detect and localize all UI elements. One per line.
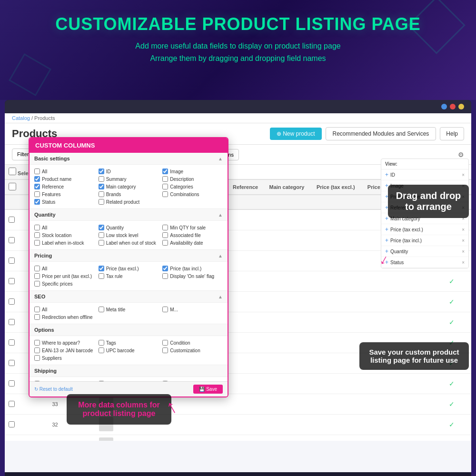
cb-price-unit[interactable] <box>34 273 40 279</box>
section-shipping: Shipping Width Height Depth Weight Deliv… <box>30 365 228 381</box>
dot-yellow <box>458 104 464 109</box>
reset-to-default-button[interactable]: ↻ Reset to default <box>34 387 73 392</box>
cb-price-all[interactable] <box>34 266 40 271</box>
cb-tax-rule[interactable] <box>99 273 104 279</box>
cb-status[interactable] <box>34 199 40 205</box>
row-checkbox[interactable] <box>9 278 15 284</box>
cb-assoc-file[interactable] <box>162 232 168 238</box>
cb-specific-prices[interactable] <box>34 281 40 287</box>
cb-tags[interactable] <box>99 340 104 346</box>
remove-item-icon[interactable]: × <box>462 238 465 243</box>
row-category <box>265 394 312 415</box>
row-checkbox[interactable] <box>9 237 15 243</box>
remove-item-icon[interactable]: × <box>462 227 465 232</box>
cb-min-qty[interactable] <box>162 225 168 230</box>
row-checkbox[interactable] <box>9 339 15 346</box>
drag-item[interactable]: + Quantity × <box>381 246 468 257</box>
cb-main-category[interactable] <box>99 184 104 189</box>
cb-where-appear[interactable] <box>34 340 40 346</box>
drag-item[interactable]: + Status × <box>381 257 468 268</box>
cb-reference[interactable] <box>34 184 40 189</box>
cb-image[interactable] <box>162 169 168 174</box>
row-checkbox[interactable] <box>9 380 15 387</box>
cb-upc[interactable] <box>99 347 104 353</box>
cb-features[interactable] <box>34 191 40 197</box>
cb-width[interactable] <box>34 381 40 381</box>
row-price-incl <box>364 394 413 415</box>
row-checkbox[interactable] <box>9 401 15 407</box>
drag-item-label: Quantity <box>390 249 462 254</box>
row-ref <box>229 353 266 374</box>
row-checkbox[interactable] <box>9 298 15 305</box>
cb-low-stock[interactable] <box>99 232 104 238</box>
cb-label-instock[interactable] <box>34 240 40 246</box>
section-options-header[interactable]: Options <box>30 324 228 336</box>
collapse-basic-icon[interactable]: ▲ <box>218 156 223 161</box>
cb-product-name[interactable] <box>34 176 40 182</box>
drag-item[interactable]: + ID × <box>381 169 468 180</box>
cb-meta-desc[interactable] <box>162 307 168 312</box>
collapse-pricing-icon[interactable]: ▲ <box>218 253 223 258</box>
row-checkbox[interactable] <box>9 258 15 264</box>
cb-brands[interactable] <box>99 191 104 197</box>
row-checkbox[interactable] <box>9 360 15 366</box>
section-quantity-header[interactable]: Quantity ▲ <box>30 209 228 221</box>
collapse-seo-icon[interactable]: ▲ <box>218 294 223 299</box>
cb-quantity[interactable] <box>99 225 104 230</box>
cb-condition[interactable] <box>162 340 168 346</box>
drag-item[interactable]: + Price (tax incl.) × <box>381 235 468 246</box>
hero-section: CUSTOMIZABLE PRODUCT LISTING PAGE Add mo… <box>0 0 476 100</box>
cb-description[interactable] <box>162 176 168 182</box>
row-checkbox[interactable] <box>9 217 15 223</box>
gear-icon[interactable]: ⚙ <box>458 151 464 159</box>
section-pricing: Pricing ▲ All Price (tax excl.) Price (t… <box>30 250 228 291</box>
section-shipping-header[interactable]: Shipping <box>30 365 228 377</box>
cb-all-basic[interactable] <box>34 169 40 174</box>
drag-item[interactable]: + Price (tax excl.) × <box>381 224 468 235</box>
cb-qty-all[interactable] <box>34 225 40 230</box>
cb-seo-all[interactable] <box>34 307 40 312</box>
modal-save-button[interactable]: 💾 Save <box>193 385 223 394</box>
remove-item-icon[interactable]: × <box>462 260 465 265</box>
hero-title: CUSTOMIZABLE PRODUCT LISTING PAGE <box>10 14 466 34</box>
select-all-checkbox[interactable] <box>9 168 16 175</box>
cb-on-sale[interactable] <box>162 273 168 279</box>
hero-subtitle-2: Arrange them by dragging and dropping fi… <box>10 52 466 65</box>
breadcrumb-catalog[interactable]: Catalog <box>12 115 30 121</box>
cb-stock-location[interactable] <box>34 232 40 238</box>
section-seo-header[interactable]: SEO ▲ <box>30 291 228 303</box>
row-checkbox[interactable] <box>9 421 15 427</box>
cb-depth[interactable] <box>162 381 168 381</box>
recommended-modules-button[interactable]: Recommended Modules and Services <box>326 127 436 140</box>
row-status: ✓ <box>445 435 471 441</box>
header-checkbox[interactable] <box>9 183 16 190</box>
cb-customization[interactable] <box>162 347 168 353</box>
cb-combinations[interactable] <box>162 191 168 197</box>
section-pricing-header[interactable]: Pricing ▲ <box>30 250 228 262</box>
help-button[interactable]: Help <box>440 127 464 140</box>
cb-meta-title[interactable] <box>99 307 104 312</box>
cb-redirection[interactable] <box>34 314 40 320</box>
cb-price-excl[interactable] <box>99 266 104 271</box>
cb-ean[interactable] <box>34 347 40 353</box>
cb-avail-date[interactable] <box>162 240 168 246</box>
row-category <box>265 435 312 441</box>
collapse-quantity-icon[interactable]: ▲ <box>218 212 223 218</box>
new-product-button[interactable]: ⊕ New product <box>270 128 322 140</box>
cb-id[interactable] <box>99 169 104 174</box>
cb-summary[interactable] <box>99 176 104 182</box>
cb-height[interactable] <box>99 381 104 381</box>
section-basic-header[interactable]: Basic settings ▲ <box>30 153 228 165</box>
cb-related-product[interactable] <box>99 199 104 205</box>
row-checkbox[interactable] <box>9 319 15 325</box>
row-status: ✓ <box>445 415 471 435</box>
remove-item-icon[interactable]: × <box>462 249 465 254</box>
row-status: ✓ <box>445 292 471 312</box>
remove-item-icon[interactable]: × <box>462 172 465 178</box>
cb-suppliers[interactable] <box>34 355 40 361</box>
section-quantity: Quantity ▲ All Quantity Min QTY for sale… <box>30 209 228 250</box>
row-price-excl <box>313 271 364 292</box>
cb-categories[interactable] <box>162 184 168 189</box>
cb-price-incl[interactable] <box>162 266 168 271</box>
cb-label-outstock[interactable] <box>99 240 104 246</box>
